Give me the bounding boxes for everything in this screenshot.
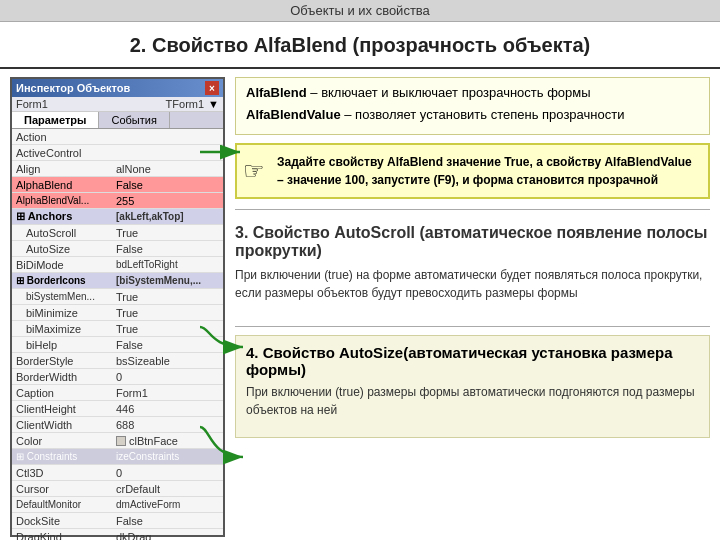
- alfablend-desc2: – позволяет установить степень прозрачно…: [341, 107, 625, 122]
- prop-row-borderwidth[interactable]: BorderWidth 0: [12, 369, 223, 385]
- prop-row-cursor[interactable]: Cursor crDefault: [12, 481, 223, 497]
- hint-text: Задайте свойству AlfaBlend значение True…: [277, 155, 692, 187]
- section4-title: 4. Свойство AutoSize(автоматическая уста…: [246, 344, 699, 378]
- inspector-close-button[interactable]: ×: [205, 81, 219, 95]
- top-bar-label: Объекты и их свойства: [290, 3, 430, 18]
- inspector-form-row: Form1 TForm1 ▼: [12, 97, 223, 112]
- prop-row-autosize[interactable]: AutoSize False: [12, 241, 223, 257]
- prop-row-alphablend[interactable]: AlphaBlend False: [12, 177, 223, 193]
- inspector-dropdown-arrow[interactable]: ▼: [204, 98, 219, 110]
- prop-row-constraints[interactable]: ⊞ Constraints izeConstraints: [12, 449, 223, 465]
- hint-bold-start: Задайте свойству AlfaBlend значение True…: [277, 155, 692, 187]
- inspector-title-bar: Инспектор Объектов ×: [12, 79, 223, 97]
- separator-2: [235, 326, 710, 327]
- alfablend-info-box: AlfaBlend – включает и выключает прозрач…: [235, 77, 710, 135]
- prop-row-bihelp[interactable]: biHelp False: [12, 337, 223, 353]
- inspector-form-class: TForm1: [166, 98, 205, 110]
- section3-desc: При включении (true) на форме автоматиче…: [235, 266, 710, 302]
- alfablend-term2: AlfaBlendValue: [246, 107, 341, 122]
- prop-row-bordericons[interactable]: ⊞ BorderIcons [biSystemMenu,...: [12, 273, 223, 289]
- prop-row-clientheight[interactable]: ClientHeight 446: [12, 401, 223, 417]
- prop-row-caption[interactable]: Caption Form1: [12, 385, 223, 401]
- inspector-tabs: Параметры События: [12, 112, 223, 129]
- prop-row-activecontrol[interactable]: ActiveControl: [12, 145, 223, 161]
- prop-row-align[interactable]: Align alNone: [12, 161, 223, 177]
- inspector-title: Инспектор Объектов: [16, 82, 130, 94]
- inspector-panel: Инспектор Объектов × Form1 TForm1 ▼ Пара…: [10, 77, 225, 537]
- prop-row-defaultmonitor[interactable]: DefaultMonitor dmActiveForm: [12, 497, 223, 513]
- separator-1: [235, 209, 710, 210]
- prop-row-alphablendval[interactable]: AlphaBlendVal... 255: [12, 193, 223, 209]
- alfablend-desc1: – включает и выключает прозрачность форм…: [307, 85, 591, 100]
- prop-row-bimaximize[interactable]: biMaximize True: [12, 321, 223, 337]
- prop-row-anchors[interactable]: ⊞ Anchors [akLeft,akTop]: [12, 209, 223, 225]
- prop-row-docksite[interactable]: DockSite False: [12, 513, 223, 529]
- main-content: 2. Свойство AlfaBlend (прозрачность объе…: [0, 22, 720, 540]
- top-bar: Объекты и их свойства: [0, 0, 720, 22]
- section3-title: 3. Свойство AutoScroll (автоматическое п…: [235, 224, 710, 260]
- prop-row-dragkind[interactable]: DragKind dkDrag: [12, 529, 223, 540]
- inspector-form-name: Form1: [16, 98, 162, 110]
- prop-row-biminimize[interactable]: biMinimize True: [12, 305, 223, 321]
- tab-events[interactable]: События: [99, 112, 169, 128]
- inspector-body: Action ActiveControl Align alNone AlphaB…: [12, 129, 223, 540]
- prop-row-borderstyle[interactable]: BorderStyle bsSizeable: [12, 353, 223, 369]
- page-title: 2. Свойство AlfaBlend (прозрачность объе…: [0, 22, 720, 69]
- tab-parameters[interactable]: Параметры: [12, 112, 99, 128]
- prop-row-action[interactable]: Action: [12, 129, 223, 145]
- prop-row-clientwidth[interactable]: ClientWidth 688: [12, 417, 223, 433]
- prop-row-bidimode[interactable]: BiDiMode bdLeftToRight: [12, 257, 223, 273]
- hand-icon: ☞: [243, 153, 265, 189]
- page-title-text: 2. Свойство AlfaBlend (прозрачность объе…: [130, 34, 591, 56]
- prop-row-color[interactable]: Color clBtnFace: [12, 433, 223, 449]
- alfablend-term1: AlfaBlend: [246, 85, 307, 100]
- prop-row-autoscroll[interactable]: AutoScroll True: [12, 225, 223, 241]
- section4-desc: При включении (true) размеры формы автом…: [246, 383, 699, 419]
- section4-block: 4. Свойство AutoSize(автоматическая уста…: [235, 335, 710, 438]
- hint-box: ☞ Задайте свойству AlfaBlend значение Tr…: [235, 143, 710, 199]
- prop-row-bisystemmenu[interactable]: biSystemMen... True: [12, 289, 223, 305]
- right-content: AlfaBlend – включает и выключает прозрач…: [235, 77, 710, 539]
- prop-row-ctl3d[interactable]: Ctl3D 0: [12, 465, 223, 481]
- section3-block: 3. Свойство AutoScroll (автоматическое п…: [235, 218, 710, 318]
